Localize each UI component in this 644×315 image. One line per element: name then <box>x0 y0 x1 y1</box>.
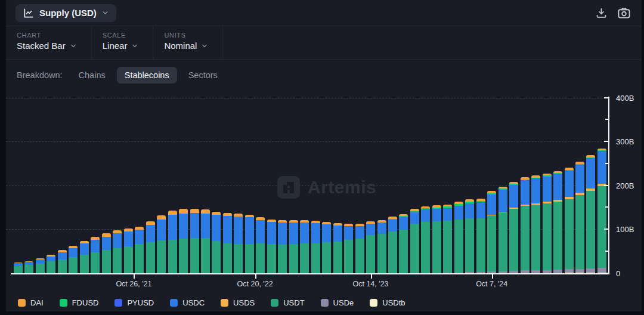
segment-USDC[interactable] <box>102 237 111 251</box>
segment-USDC[interactable] <box>521 181 530 205</box>
segment-USDC[interactable] <box>157 220 166 240</box>
segment-USDC[interactable] <box>465 203 474 218</box>
segment-USDC[interactable] <box>476 203 485 218</box>
segment-USDT[interactable] <box>333 242 342 273</box>
bar-5[interactable] <box>69 246 78 273</box>
segment-USDT[interactable] <box>410 224 419 273</box>
legend-item-USDC[interactable]: USDC <box>170 298 205 307</box>
segment-USDC[interactable] <box>58 252 67 260</box>
bar-44[interactable] <box>499 187 507 273</box>
segment-USDC[interactable] <box>333 226 342 241</box>
legend-item-PYUSD[interactable]: PYUSD <box>114 298 154 307</box>
segment-USDT[interactable] <box>91 252 100 273</box>
bar-45[interactable] <box>509 182 518 273</box>
segment-USDC[interactable] <box>443 208 452 221</box>
segment-USDT[interactable] <box>421 222 430 273</box>
bar-32[interactable] <box>366 221 375 273</box>
bar-19[interactable] <box>223 213 232 273</box>
segment-USDT[interactable] <box>36 264 45 273</box>
bar-41[interactable] <box>465 199 474 273</box>
segment-USDC[interactable] <box>256 220 265 243</box>
segment-USDC[interactable] <box>201 214 210 239</box>
segment-USDT[interactable] <box>543 203 552 270</box>
control-units[interactable]: UNITS Nominal <box>153 26 223 59</box>
segment-USDC[interactable] <box>487 194 496 215</box>
segment-USDC[interactable] <box>278 223 287 245</box>
segment-USDC[interactable] <box>432 209 441 221</box>
control-scale[interactable]: SCALE Linear <box>92 26 154 59</box>
control-chart-type[interactable]: CHART Stacked Bar <box>6 26 92 59</box>
segment-USDT[interactable] <box>245 244 254 273</box>
segment-USDC[interactable] <box>223 216 232 243</box>
segment-USDC[interactable] <box>399 217 408 230</box>
segment-USDC[interactable] <box>355 226 364 239</box>
segment-USDC[interactable] <box>575 165 584 193</box>
segment-USDT[interactable] <box>499 212 507 271</box>
segment-USDC[interactable] <box>80 243 89 254</box>
segment-USDT[interactable] <box>102 250 111 273</box>
segment-USDC[interactable] <box>344 226 353 240</box>
segment-USDT[interactable] <box>553 202 562 270</box>
segment-DAI[interactable] <box>190 209 199 213</box>
segment-USDC[interactable] <box>300 223 309 243</box>
segment-DAI[interactable] <box>179 209 188 213</box>
segment-USDC[interactable] <box>245 217 254 244</box>
bar-17[interactable] <box>201 209 210 273</box>
segment-USDC[interactable] <box>36 260 45 264</box>
segment-USDT[interactable] <box>124 246 133 273</box>
segment-USDT[interactable] <box>58 260 67 273</box>
segment-USDT[interactable] <box>146 242 155 273</box>
bar-37[interactable] <box>421 206 430 273</box>
segment-USDT[interactable] <box>47 261 55 273</box>
segment-USDC[interactable] <box>289 223 298 244</box>
bar-0[interactable] <box>14 262 23 273</box>
bar-33[interactable] <box>377 220 386 273</box>
segment-USDC[interactable] <box>586 159 595 189</box>
legend-item-USDS[interactable]: USDS <box>221 298 255 307</box>
legend-item-USDtb[interactable]: USDtb <box>370 298 405 307</box>
bar-30[interactable] <box>344 224 353 273</box>
segment-USDC[interactable] <box>597 152 606 184</box>
segment-USDC[interactable] <box>410 212 419 224</box>
segment-USDT[interactable] <box>311 243 320 273</box>
bar-35[interactable] <box>399 214 408 273</box>
segment-USDT[interactable] <box>234 244 243 273</box>
segment-USDC[interactable] <box>499 190 507 212</box>
download-button[interactable] <box>595 7 608 19</box>
bar-2[interactable] <box>36 258 45 273</box>
bar-16[interactable] <box>190 209 199 273</box>
bar-36[interactable] <box>410 209 419 273</box>
bar-51[interactable] <box>575 162 584 273</box>
bar-26[interactable] <box>300 220 309 273</box>
segment-USDC[interactable] <box>421 210 430 222</box>
segment-USDC[interactable] <box>509 185 518 208</box>
bar-46[interactable] <box>521 177 530 273</box>
segment-USDT[interactable] <box>135 244 144 273</box>
legend-item-FDUSD[interactable]: FDUSD <box>60 298 99 307</box>
segment-USDC[interactable] <box>531 179 540 203</box>
segment-USDC[interactable] <box>179 214 188 239</box>
bar-22[interactable] <box>256 217 265 273</box>
segment-USDT[interactable] <box>157 240 166 273</box>
bar-34[interactable] <box>388 217 397 273</box>
segment-USDT[interactable] <box>267 244 276 273</box>
bar-27[interactable] <box>311 221 320 273</box>
bar-11[interactable] <box>135 227 144 273</box>
segment-USDT[interactable] <box>586 191 595 268</box>
bar-40[interactable] <box>454 202 463 273</box>
bar-38[interactable] <box>432 205 441 273</box>
segment-USDT[interactable] <box>24 265 33 273</box>
segment-USDT[interactable] <box>366 235 375 273</box>
segment-USDT[interactable] <box>322 242 331 273</box>
bar-12[interactable] <box>146 221 155 273</box>
segment-USDC[interactable] <box>234 217 243 244</box>
segment-USDT[interactable] <box>113 248 122 273</box>
segment-USDT[interactable] <box>256 243 265 273</box>
segment-USDC[interactable] <box>190 213 199 239</box>
breakdown-tab-sectors[interactable]: Sectors <box>181 67 225 84</box>
segment-USDT[interactable] <box>355 239 364 273</box>
segment-USDC[interactable] <box>135 230 144 244</box>
bar-39[interactable] <box>443 205 452 273</box>
segment-DAI[interactable] <box>157 215 166 220</box>
bar-15[interactable] <box>179 209 188 273</box>
